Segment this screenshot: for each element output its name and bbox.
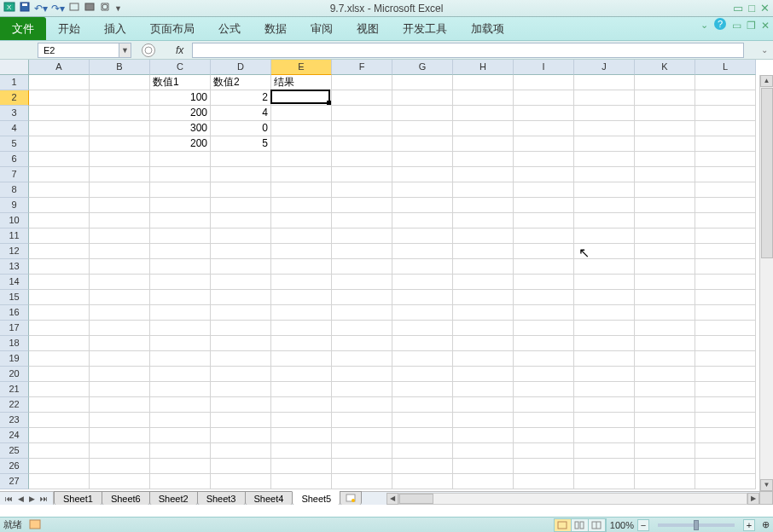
cell[interactable] — [695, 305, 756, 321]
cell[interactable]: 200 — [150, 106, 211, 121]
cell[interactable] — [514, 351, 574, 367]
sheet-tab[interactable]: Sheet5 — [292, 491, 340, 505]
cell[interactable] — [332, 336, 392, 351]
cell[interactable] — [90, 90, 150, 106]
cell[interactable] — [271, 321, 332, 336]
column-header[interactable]: I — [514, 60, 574, 75]
zoom-fit-icon[interactable]: ⊕ — [762, 519, 770, 530]
cell[interactable] — [211, 275, 271, 290]
cell[interactable] — [514, 106, 574, 121]
cell[interactable]: 2 — [211, 90, 271, 106]
cell[interactable] — [574, 397, 635, 413]
insert-sheet-icon[interactable] — [340, 491, 362, 505]
cell[interactable] — [635, 443, 695, 459]
cell[interactable] — [453, 213, 514, 228]
cell[interactable] — [392, 397, 453, 413]
cell[interactable] — [453, 336, 514, 351]
row-header[interactable]: 24 — [0, 428, 29, 443]
cell[interactable] — [635, 305, 695, 321]
cell[interactable] — [90, 336, 150, 351]
cell[interactable] — [392, 106, 453, 121]
doc-close-icon[interactable]: ✕ — [761, 20, 770, 32]
cell[interactable] — [635, 136, 695, 152]
cell[interactable] — [211, 167, 271, 182]
cell[interactable] — [514, 182, 574, 198]
cell[interactable] — [271, 244, 332, 259]
cell[interactable] — [150, 182, 211, 198]
cell[interactable] — [332, 275, 392, 290]
row-header[interactable]: 1 — [0, 75, 29, 90]
cell[interactable] — [392, 182, 453, 198]
cell[interactable] — [271, 275, 332, 290]
cell[interactable] — [392, 121, 453, 136]
row-header[interactable]: 22 — [0, 397, 29, 413]
cell[interactable] — [211, 397, 271, 413]
cell[interactable]: 结果 — [271, 75, 332, 90]
cell[interactable] — [453, 367, 514, 382]
cell[interactable] — [635, 382, 695, 397]
row-header[interactable]: 8 — [0, 182, 29, 198]
cell[interactable] — [514, 397, 574, 413]
cell[interactable] — [635, 244, 695, 259]
cell[interactable] — [574, 136, 635, 152]
qat-icon-1[interactable] — [68, 1, 80, 15]
name-box-dropdown-icon[interactable]: ▼ — [119, 43, 131, 58]
cell[interactable] — [90, 167, 150, 182]
vertical-scrollbar[interactable]: ▲ ▼ — [759, 75, 773, 491]
ribbon-tab-home[interactable]: 开始 — [46, 17, 92, 40]
cell[interactable] — [695, 351, 756, 367]
row-header[interactable]: 2 — [0, 90, 29, 106]
sheet-tab[interactable]: Sheet1 — [54, 491, 102, 505]
cell[interactable] — [271, 167, 332, 182]
cell[interactable] — [90, 443, 150, 459]
cell[interactable] — [453, 275, 514, 290]
sheet-nav-last-icon[interactable]: ⏭ — [38, 494, 49, 503]
cell[interactable] — [29, 428, 90, 443]
cell[interactable] — [514, 321, 574, 336]
cell[interactable] — [332, 397, 392, 413]
cell[interactable] — [453, 321, 514, 336]
cell[interactable] — [29, 275, 90, 290]
cell[interactable] — [29, 228, 90, 244]
cell[interactable] — [635, 397, 695, 413]
zoom-in-icon[interactable]: + — [743, 519, 755, 531]
cell[interactable] — [514, 75, 574, 90]
cell[interactable] — [392, 228, 453, 244]
cell[interactable] — [695, 228, 756, 244]
cell[interactable] — [392, 351, 453, 367]
cell[interactable] — [211, 198, 271, 213]
qat-icon-2[interactable] — [84, 1, 96, 15]
row-header[interactable]: 9 — [0, 198, 29, 213]
cell[interactable] — [695, 413, 756, 428]
cell[interactable] — [392, 413, 453, 428]
cell[interactable] — [332, 474, 392, 489]
formula-bar-expand-icon[interactable]: ⌄ — [761, 45, 768, 55]
cell[interactable] — [29, 167, 90, 182]
cell[interactable] — [271, 198, 332, 213]
cell[interactable] — [29, 474, 90, 489]
sheet-nav-next-icon[interactable]: ▶ — [27, 494, 37, 503]
cell[interactable] — [574, 106, 635, 121]
cell[interactable] — [574, 182, 635, 198]
cell[interactable] — [453, 413, 514, 428]
cell[interactable] — [514, 198, 574, 213]
cell[interactable] — [695, 290, 756, 305]
cell[interactable] — [90, 259, 150, 275]
horizontal-scrollbar[interactable]: ◀ ▶ — [386, 492, 759, 505]
function-wizard-icon[interactable] — [142, 43, 155, 57]
cell[interactable] — [90, 121, 150, 136]
cell[interactable] — [514, 382, 574, 397]
cell[interactable] — [332, 244, 392, 259]
cell[interactable] — [392, 136, 453, 152]
zoom-thumb[interactable] — [694, 520, 699, 530]
cell[interactable] — [271, 443, 332, 459]
row-header[interactable]: 14 — [0, 275, 29, 290]
cell[interactable] — [392, 90, 453, 106]
ribbon-tab-devtools[interactable]: 开发工具 — [391, 17, 459, 40]
cell[interactable] — [574, 75, 635, 90]
cell[interactable] — [332, 428, 392, 443]
cell[interactable] — [574, 305, 635, 321]
cell[interactable] — [392, 428, 453, 443]
cell[interactable] — [332, 305, 392, 321]
cell[interactable] — [574, 121, 635, 136]
